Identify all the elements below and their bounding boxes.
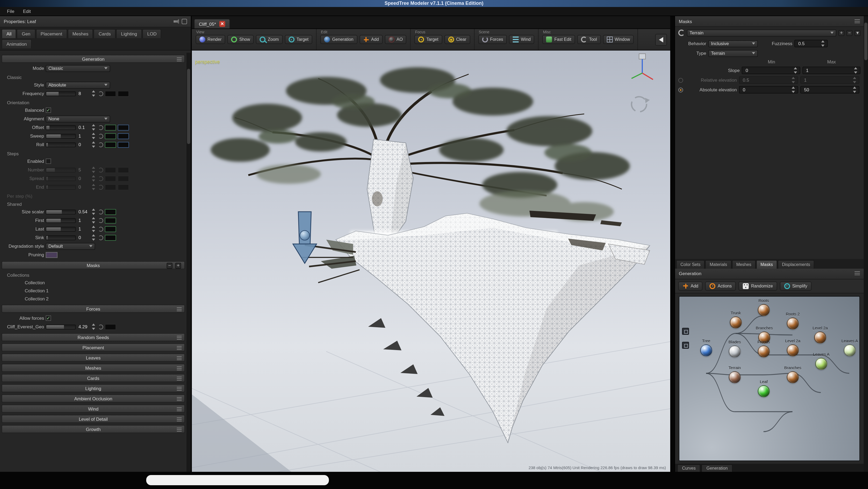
wrench-icon[interactable] — [174, 19, 179, 24]
graph-node-tree[interactable] — [700, 344, 712, 356]
offset-value[interactable]: 0.1 — [78, 125, 90, 130]
number-value[interactable]: 5 — [78, 167, 90, 173]
slope-max-field[interactable]: 1 — [802, 67, 861, 74]
graph-node-fronds[interactable] — [758, 345, 770, 357]
right-tab-meshes[interactable]: Meshes — [732, 260, 756, 268]
generation-node-graph[interactable]: TreeTrunkRootsRoots 2BranchesLevel 2aBla… — [679, 296, 860, 461]
relative-elevation-radio[interactable] — [678, 78, 683, 83]
graph-node-leaves-a[interactable] — [815, 358, 827, 369]
reset-icon[interactable] — [98, 133, 103, 139]
section-random-seeds[interactable]: Random Seeds — [2, 333, 185, 341]
reset-icon[interactable] — [98, 142, 103, 147]
graph-node-trunk[interactable] — [730, 316, 742, 328]
menu-edit[interactable]: Edit — [19, 8, 34, 14]
curve-thumbnail[interactable] — [118, 133, 129, 139]
reset-icon[interactable] — [98, 185, 103, 189]
panel-menu-icon[interactable] — [855, 271, 860, 276]
fuzziness-spinner[interactable] — [822, 40, 826, 47]
slope-min-field[interactable]: 0 — [742, 67, 800, 74]
collection-item-collection-1[interactable]: Collection 1 — [0, 286, 186, 295]
absolute-elevation-radio[interactable] — [678, 87, 683, 92]
gen-actions-button[interactable]: Actions — [705, 281, 736, 291]
graph-node-roots[interactable] — [758, 304, 770, 316]
tool-button[interactable]: Tool — [577, 35, 600, 44]
paint-icon[interactable] — [678, 30, 685, 36]
relative-max-field[interactable]: 1 — [800, 76, 859, 84]
roll-value[interactable]: 0 — [78, 142, 90, 147]
reset-icon[interactable] — [98, 176, 103, 181]
curve-thumbnail[interactable] — [105, 124, 116, 130]
balanced-checkbox[interactable]: ✓ — [46, 108, 51, 113]
curve-thumbnail[interactable] — [105, 142, 116, 148]
collection-item-collection-2[interactable]: Collection 2 — [0, 295, 186, 303]
reset-icon[interactable] — [98, 324, 103, 329]
camera-mode-label[interactable]: perspective — [195, 59, 220, 64]
graph-node-roots-2[interactable] — [787, 317, 799, 329]
graph-node-level-2a[interactable] — [787, 344, 799, 356]
section-leaves[interactable]: Leaves — [2, 354, 185, 362]
graph-node-leaves-a[interactable] — [844, 344, 856, 356]
force-slider[interactable] — [46, 324, 76, 329]
bottom-tab-generation[interactable]: Generation — [702, 464, 733, 472]
end-spinner[interactable] — [92, 184, 97, 190]
gen-randomize-button[interactable]: Randomize — [739, 281, 777, 291]
graph-node-level-2a[interactable] — [814, 331, 826, 343]
generation-button[interactable]: Generation — [320, 35, 357, 44]
forces-button[interactable]: Forces — [478, 35, 507, 44]
curve-thumbnail[interactable] — [105, 176, 116, 181]
end-value[interactable]: 0 — [78, 184, 90, 190]
curve-thumbnail[interactable] — [105, 226, 116, 232]
size-scalar-spinner[interactable] — [92, 209, 97, 215]
curve-thumbnail[interactable] — [105, 133, 116, 139]
tab-animation[interactable]: Animation — [2, 39, 32, 49]
curve-thumbnail[interactable] — [105, 184, 116, 190]
mask-selector-dropdown[interactable]: Terrain — [687, 29, 836, 36]
reset-icon[interactable] — [98, 125, 103, 130]
masks-panel-header[interactable]: Masks — [675, 16, 864, 27]
translate-gizmo-arrow[interactable] — [293, 212, 316, 263]
sink-value[interactable]: 0 — [78, 235, 90, 240]
type-dropdown[interactable]: Terrain — [708, 50, 758, 57]
right-panel-scrollbar[interactable] — [864, 16, 868, 472]
mask-options-button[interactable]: ▾ — [855, 30, 861, 36]
target-button[interactable]: Target — [415, 35, 442, 44]
spread-spinner[interactable] — [92, 175, 97, 182]
roll-slider[interactable] — [46, 142, 76, 147]
reset-icon[interactable] — [98, 209, 103, 214]
reset-icon[interactable] — [98, 167, 103, 172]
sink-slider[interactable] — [46, 235, 76, 240]
graph-node-leaf[interactable] — [758, 385, 770, 397]
mode-dropdown[interactable]: Classic — [46, 65, 110, 72]
graph-node-branches[interactable] — [787, 371, 799, 383]
force-value[interactable]: 4.29 — [78, 324, 90, 329]
first-slider[interactable] — [46, 218, 76, 223]
generation-panel-header[interactable]: Generation — [675, 268, 864, 279]
style-dropdown[interactable]: Absolute — [46, 82, 110, 88]
viewport-3d-canvas[interactable]: perspective 238 obj(s) 74 Mtris(605) Uni… — [192, 51, 670, 472]
frequency-spinner[interactable] — [92, 90, 97, 97]
close-icon[interactable]: ✕ — [219, 21, 225, 27]
window-title-bar[interactable]: SpeedTree Modeler v7.1.1 (Cinema Edition… — [0, 0, 868, 7]
curve-thumbnail[interactable] — [118, 167, 129, 173]
sweep-value[interactable]: 1 — [78, 133, 90, 139]
graph-fit-button[interactable] — [682, 328, 689, 335]
number-slider[interactable] — [46, 167, 76, 172]
last-slider[interactable] — [46, 226, 76, 231]
reset-icon[interactable] — [98, 91, 103, 96]
fuzziness-field[interactable]: 0.5 — [795, 40, 828, 47]
enabled-checkbox[interactable] — [46, 158, 51, 164]
spread-value[interactable]: 0 — [78, 176, 90, 181]
rotate-gizmo[interactable] — [631, 97, 650, 112]
window-button[interactable]: Window — [603, 35, 634, 44]
properties-tab-all[interactable]: All — [2, 29, 17, 38]
offset-spinner[interactable] — [92, 124, 97, 130]
section-masks[interactable]: Masks − + — [2, 261, 185, 269]
last-value[interactable]: 1 — [78, 226, 90, 232]
gen-add-button[interactable]: Add — [678, 281, 703, 291]
axis-gizmo[interactable] — [631, 54, 653, 80]
curve-thumbnail[interactable] — [105, 167, 116, 173]
curve-thumbnail[interactable] — [105, 209, 116, 215]
section-generation[interactable]: Generation — [2, 55, 185, 63]
behavior-dropdown[interactable]: Inclusive — [708, 40, 758, 47]
properties-tab-cards[interactable]: Cards — [94, 29, 116, 38]
